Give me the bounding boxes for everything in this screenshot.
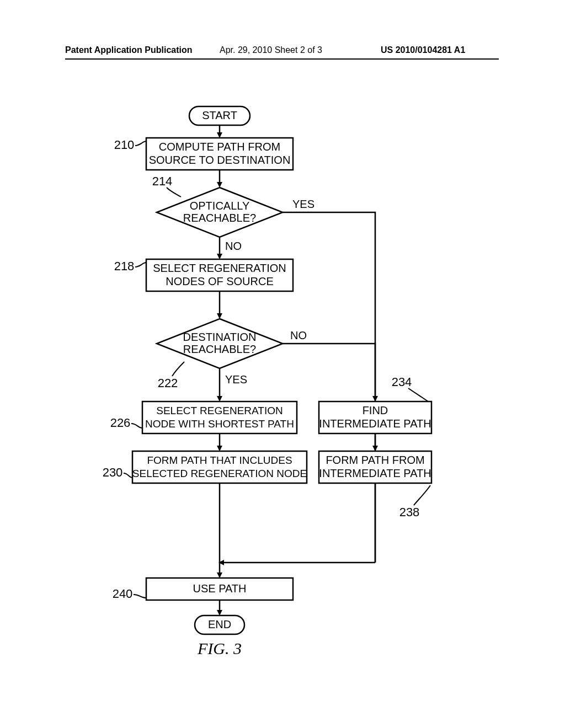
ref-leader-234 (408, 388, 428, 402)
figure-caption: FIG. 3 (197, 639, 242, 657)
ref-leader-238 (414, 485, 430, 505)
node-222-line1: DESTINATION (183, 331, 257, 343)
node-226: SELECT REGENERATION NODE WITH SHORTEST P… (142, 402, 297, 433)
node-222-line2: REACHABLE? (183, 343, 256, 355)
node-210-line1: COMPUTE PATH FROM (159, 141, 280, 153)
ref-230: 230 (103, 465, 123, 479)
ref-226: 226 (110, 416, 131, 430)
node-240: USE PATH (146, 578, 293, 600)
node-218: SELECT REGENERATION NODES OF SOURCE (146, 259, 293, 291)
node-238-line1: FORM PATH FROM (326, 454, 424, 466)
node-234-line1: FIND (363, 404, 388, 416)
node-238: FORM PATH FROM INTERMEDIATE PATH (319, 451, 431, 483)
ref-240: 240 (113, 587, 133, 601)
node-end: END (195, 615, 244, 634)
branch-214-no: NO (225, 240, 242, 252)
node-218-line2: NODES OF SOURCE (166, 275, 274, 287)
ref-leader-210 (135, 141, 146, 146)
node-222: DESTINATION REACHABLE? (157, 319, 282, 368)
edge-214-yes-down (282, 212, 375, 563)
ref-210: 210 (114, 138, 135, 152)
node-230: FORM PATH THAT INCLUDES SELECTED REGENER… (132, 451, 307, 483)
branch-222-yes: YES (225, 373, 247, 386)
node-238-line2: INTERMEDIATE PATH (319, 467, 431, 479)
branch-222-no: NO (290, 329, 307, 341)
node-210-line2: SOURCE TO DESTINATION (149, 154, 291, 166)
node-end-label: END (208, 618, 231, 630)
node-214-line1: OPTICALLY (190, 200, 250, 212)
ref-leader-214 (167, 188, 181, 197)
node-234-line2: INTERMEDIATE PATH (319, 417, 431, 430)
branch-214-yes: YES (292, 198, 315, 210)
node-240-label: USE PATH (193, 582, 246, 595)
node-234: FIND INTERMEDIATE PATH (319, 402, 431, 433)
node-230-line1: FORM PATH THAT INCLUDES (147, 454, 292, 466)
ref-leader-226 (131, 424, 142, 428)
node-start-label: START (202, 109, 237, 121)
node-218-line1: SELECT REGENERATION (153, 262, 286, 274)
node-210: COMPUTE PATH FROM SOURCE TO DESTINATION (146, 138, 293, 170)
node-230-line2: SELECTED REGENERATION NODE (132, 468, 307, 479)
ref-leader-222 (172, 362, 184, 376)
node-start: START (189, 106, 250, 125)
ref-218: 218 (114, 259, 135, 273)
ref-234: 234 (392, 375, 412, 389)
ref-leader-218 (135, 263, 146, 267)
ref-leader-240 (134, 595, 146, 598)
ref-222: 222 (158, 376, 178, 390)
node-226-line2: NODE WITH SHORTEST PATH (145, 418, 294, 430)
node-214-line2: REACHABLE? (183, 212, 256, 224)
patent-page: Patent Application Publication Apr. 29, … (0, 0, 565, 728)
node-226-line1: SELECT REGENERATION (156, 405, 282, 416)
ref-214: 214 (152, 174, 173, 188)
edge-222-234 (282, 344, 375, 400)
node-214: OPTICALLY REACHABLE? (157, 188, 282, 237)
ref-leader-230 (124, 473, 132, 478)
flowchart-svg: START COMPUTE PATH FROM SOURCE TO DESTIN… (0, 0, 565, 728)
ref-238: 238 (399, 505, 420, 519)
